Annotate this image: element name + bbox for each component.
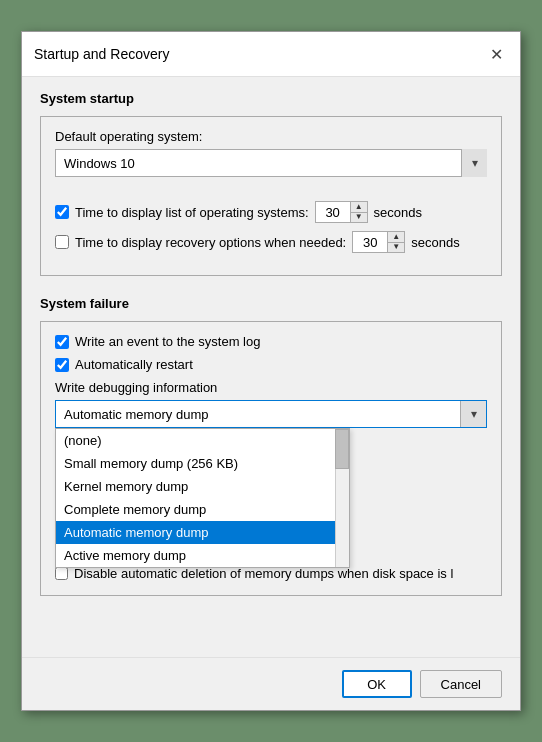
ok-button[interactable]: OK: [342, 670, 412, 698]
debug-option-automatic[interactable]: Automatic memory dump: [56, 521, 349, 544]
auto-restart-label: Automatically restart: [75, 357, 193, 372]
dialog-title: Startup and Recovery: [34, 46, 169, 62]
time-display-recovery-checkbox[interactable]: [55, 235, 69, 249]
debug-option-active[interactable]: Active memory dump: [56, 544, 349, 567]
spinner-up-1[interactable]: ▲: [351, 202, 367, 212]
time-display-list-input[interactable]: [316, 202, 350, 222]
title-bar: Startup and Recovery ✕: [22, 32, 520, 77]
cancel-button[interactable]: Cancel: [420, 670, 502, 698]
spinner-up-2[interactable]: ▲: [388, 232, 404, 242]
write-debug-section: Write debugging information Automatic me…: [55, 380, 487, 581]
default-os-field: Default operating system: Windows 10: [55, 129, 487, 177]
dropdown-scrollbar-track: [335, 429, 349, 567]
auto-restart-checkbox[interactable]: [55, 358, 69, 372]
time-display-list-row: Time to display list of operating system…: [55, 201, 487, 223]
startup-recovery-dialog: Startup and Recovery ✕ System startup De…: [21, 31, 521, 711]
time-display-recovery-input[interactable]: [353, 232, 387, 252]
dropdown-scrollbar-thumb[interactable]: [335, 429, 349, 469]
debug-option-small[interactable]: Small memory dump (256 KB): [56, 452, 349, 475]
write-event-checkbox[interactable]: [55, 335, 69, 349]
dropdown-open-arrow-icon: [460, 401, 486, 427]
default-os-dropdown-wrapper: Windows 10: [55, 149, 487, 177]
system-failure-group: Write an event to the system log Automat…: [40, 321, 502, 596]
debug-option-complete[interactable]: Complete memory dump: [56, 498, 349, 521]
dialog-content: System startup Default operating system:…: [22, 77, 520, 657]
write-event-row: Write an event to the system log: [55, 334, 487, 349]
system-startup-group: Default operating system: Windows 10 Tim…: [40, 116, 502, 276]
time-display-list-label: Time to display list of operating system…: [75, 205, 309, 220]
system-failure-label: System failure: [40, 296, 502, 311]
write-event-label: Write an event to the system log: [75, 334, 260, 349]
spinner-buttons-1: ▲ ▼: [350, 202, 367, 222]
time-display-recovery-label: Time to display recovery options when ne…: [75, 235, 346, 250]
debug-dropdown-wrapper: Automatic memory dump (none) Small memor…: [55, 400, 487, 428]
write-debug-label: Write debugging information: [55, 380, 487, 395]
time-display-list-spinner: ▲ ▼: [315, 201, 368, 223]
time-display-recovery-row: Time to display recovery options when ne…: [55, 231, 487, 253]
time-display-recovery-units: seconds: [411, 235, 459, 250]
dialog-footer: OK Cancel: [22, 657, 520, 710]
time-display-recovery-spinner: ▲ ▼: [352, 231, 405, 253]
spinner-down-1[interactable]: ▼: [351, 212, 367, 223]
default-os-label: Default operating system:: [55, 129, 487, 144]
close-button[interactable]: ✕: [484, 42, 508, 66]
time-display-list-units: seconds: [374, 205, 422, 220]
disable-auto-delete-row: Disable automatic deletion of memory dum…: [55, 566, 487, 581]
debug-dropdown-header[interactable]: Automatic memory dump: [55, 400, 487, 428]
debug-dropdown-value: Automatic memory dump: [64, 407, 209, 422]
disable-auto-delete-label: Disable automatic deletion of memory dum…: [74, 566, 453, 581]
debug-option-kernel[interactable]: Kernel memory dump: [56, 475, 349, 498]
debug-dropdown-list: (none) Small memory dump (256 KB) Kernel…: [55, 428, 350, 568]
default-os-dropdown[interactable]: Windows 10: [55, 149, 487, 177]
system-startup-label: System startup: [40, 91, 502, 106]
auto-restart-row: Automatically restart: [55, 357, 487, 372]
debug-option-none[interactable]: (none): [56, 429, 349, 452]
time-display-list-checkbox[interactable]: [55, 205, 69, 219]
spinner-down-2[interactable]: ▼: [388, 242, 404, 253]
spinner-buttons-2: ▲ ▼: [387, 232, 404, 252]
disable-auto-delete-checkbox[interactable]: [55, 567, 68, 580]
